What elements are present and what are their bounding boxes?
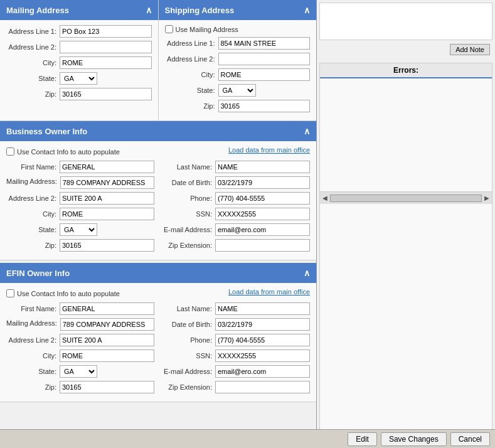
shipping-addr2-input[interactable] [218,53,311,65]
errors-box: Errors: ◀ ▶ [319,63,492,445]
efin-zip-label: Zip: [6,383,60,391]
business-lastname-row: Last Name: [162,161,310,173]
efin-state-select[interactable]: GAALFL [60,365,97,378]
efin-phone-input[interactable] [215,334,310,346]
mailing-state-select[interactable]: GAALFLNC [60,72,97,85]
shipping-collapse-icon[interactable]: ∧ [304,5,310,15]
mailing-addr2-input[interactable] [60,41,152,53]
efin-city-input[interactable] [60,349,154,362]
notes-textarea[interactable] [319,3,492,40]
business-email-input[interactable] [215,223,310,236]
efin-load-data-link[interactable]: Load data from main office [228,288,310,296]
edit-button[interactable]: Edit [348,432,377,446]
business-city-input[interactable] [60,208,154,220]
mailing-collapse-icon[interactable]: ∧ [146,5,152,15]
efin-lastname-label: Last Name: [162,305,215,312]
scroll-left-icon[interactable]: ◀ [322,195,327,201]
business-owner-fields: First Name: Mailing Address: Address Lin… [6,161,310,255]
efin-addr2-row: Address Line 2: [6,334,154,346]
shipping-addr1-row: Address Line 1: [165,37,311,50]
shipping-addr2-label: Address Line 2: [165,55,218,63]
business-ssn-input[interactable] [215,208,310,220]
shipping-city-row: City: [165,68,311,81]
business-zip-label: Zip: [6,242,60,249]
mailing-address-title: Mailing Address [6,6,69,15]
notes-area-section: Add Note [317,0,495,60]
efin-zip-row: Zip: [6,381,154,393]
business-lastname-input[interactable] [215,161,310,173]
business-zipext-label: Zip Extension: [162,242,215,249]
mailing-addr1-input[interactable] [60,25,152,38]
mailing-addr1-row: Address Line 1: [6,25,152,38]
shipping-zip-label: Zip: [165,102,218,110]
efin-lastname-input[interactable] [215,302,310,315]
scroll-bar: ◀ ▶ [320,191,492,204]
business-phone-input[interactable] [215,192,310,205]
mailing-address-header: Mailing Address ∧ [0,0,158,20]
use-mailing-checkbox[interactable] [165,25,173,33]
save-changes-button[interactable]: Save Changes [381,432,447,446]
scroll-right-icon[interactable]: ▶ [484,195,489,201]
shipping-city-input[interactable] [218,68,311,81]
cancel-button[interactable]: Cancel [450,432,490,446]
business-dob-input[interactable] [215,176,310,189]
shipping-zip-row: Zip: [165,100,311,112]
business-dob-label: Date of Birth: [162,179,215,186]
efin-mailingaddr-label: Mailing Address: [6,318,60,327]
business-ssn-label: SSN: [162,210,215,218]
shipping-addr1-label: Address Line 1: [165,40,218,47]
efin-firstname-input[interactable] [60,302,154,315]
shipping-state-select[interactable]: GAALFLNC [218,84,256,97]
efin-phone-label: Phone: [162,336,215,344]
efin-email-label: E-mail Address: [162,368,215,375]
shipping-zip-input[interactable] [218,100,311,112]
shipping-state-label: State: [165,87,218,94]
mailing-zip-input[interactable] [60,88,152,100]
efin-use-contact-checkbox[interactable] [6,289,14,297]
business-use-contact-checkbox[interactable] [6,147,14,156]
efin-collapse-icon[interactable]: ∧ [304,268,310,278]
efin-ssn-input[interactable] [215,349,310,362]
efin-firstname-label: First Name: [6,305,60,312]
business-zipext-row: Zip Extension: [162,239,310,252]
efin-mailingaddr-input[interactable] [60,318,154,331]
business-state-row: State: GAALFL [6,223,154,236]
efin-firstname-row: First Name: [6,302,154,315]
efin-city-row: City: [6,349,154,362]
business-owner-section: Business Owner Info ∧ Use Contact Info t… [0,121,316,260]
business-lastname-label: Last Name: [162,163,215,171]
left-panel: Mailing Address ∧ Address Line 1: Addres… [0,0,317,448]
business-zip-row: Zip: [6,239,154,252]
business-addr2-input[interactable] [60,192,154,205]
shipping-state-row: State: GAALFLNC [165,84,311,97]
business-dob-row: Date of Birth: [162,176,310,189]
efin-dob-input[interactable] [215,318,310,331]
business-city-row: City: [6,208,154,220]
business-firstname-input[interactable] [60,161,154,173]
errors-header: Errors: [320,63,492,78]
business-load-data-link[interactable]: Load data from main office [228,146,310,154]
shipping-addr1-input[interactable] [218,37,311,50]
efin-state-label: State: [6,368,60,375]
efin-addr2-input[interactable] [60,334,154,346]
add-note-button[interactable]: Add Note [450,44,490,55]
efin-owner-title: EFIN Owner Info [6,269,70,278]
scroll-thumb[interactable] [330,195,482,202]
business-use-contact-row: Use Contact Info to auto populate [6,147,120,156]
business-owner-collapse-icon[interactable]: ∧ [304,126,310,136]
efin-owner-fields: First Name: Mailing Address: Address Lin… [6,302,310,397]
business-mailingaddr-label: Mailing Address: [6,176,60,185]
efin-zipext-input[interactable] [215,381,310,393]
shipping-addr2-row: Address Line 2: [165,53,311,65]
business-mailingaddr-input[interactable] [60,176,154,189]
mailing-city-input[interactable] [60,56,152,69]
efin-zipext-label: Zip Extension: [162,383,215,391]
business-state-select[interactable]: GAALFL [60,223,97,236]
efin-dob-label: Date of Birth: [162,321,215,328]
business-use-contact-label: Use Contact Info to auto populate [17,148,120,156]
business-email-row: E-mail Address: [162,223,310,236]
business-zip-input[interactable] [60,239,154,252]
efin-zip-input[interactable] [60,381,154,393]
efin-email-input[interactable] [215,365,310,378]
business-zipext-input[interactable] [215,239,310,252]
